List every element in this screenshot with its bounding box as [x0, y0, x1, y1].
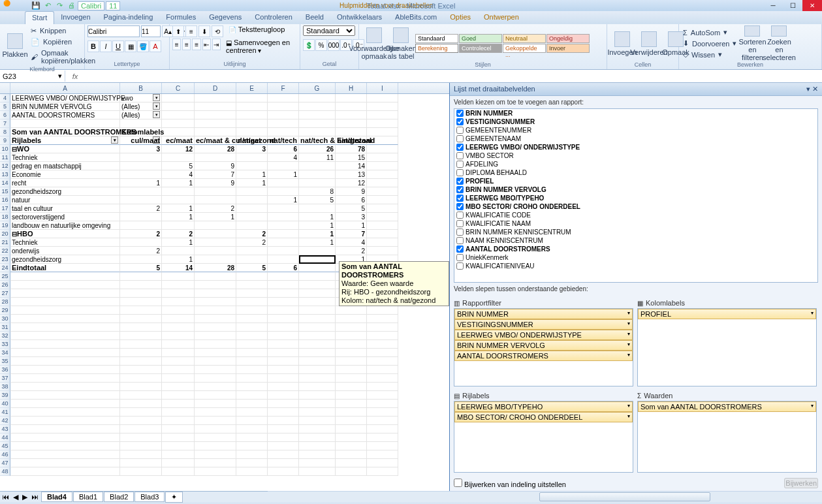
cell[interactable]	[120, 340, 162, 349]
cell[interactable]: landbouw en natuurlijke omgeving	[10, 221, 120, 230]
cell[interactable]	[299, 467, 336, 476]
row-header[interactable]: 22	[0, 247, 10, 255]
cell[interactable]	[236, 153, 268, 162]
tab-formules[interactable]: Formules	[159, 11, 202, 24]
cell[interactable]	[10, 391, 120, 400]
cell[interactable]	[336, 102, 367, 111]
conditional-format-button[interactable]: Voorwaardelijke opmaak	[362, 25, 387, 61]
cell[interactable]	[120, 119, 162, 128]
cell[interactable]	[195, 221, 236, 230]
wrap-text-button[interactable]: 📄 Tekstterugloop	[229, 25, 285, 37]
sheet-tab[interactable]: Blad3	[134, 492, 165, 502]
field-item[interactable]: BRIN NUMMER KENNISCENTRUM	[454, 228, 817, 236]
border-button[interactable]: ▦	[125, 40, 136, 52]
cell[interactable]	[10, 332, 120, 340]
cell[interactable]	[268, 119, 299, 128]
cell[interactable]	[268, 366, 299, 374]
cell[interactable]	[120, 170, 162, 179]
cell[interactable]: sectoroverstijgend	[10, 213, 120, 221]
close-button[interactable]: ✕	[802, 0, 822, 11]
cell[interactable]	[162, 315, 195, 323]
cell[interactable]	[299, 94, 336, 102]
cell[interactable]	[10, 433, 120, 442]
cell[interactable]	[268, 204, 299, 213]
cell[interactable]	[367, 408, 398, 417]
cell[interactable]	[195, 94, 236, 102]
cell-style-goed[interactable]: Goed	[459, 34, 502, 43]
cell[interactable]: gedrag en maatschappij	[10, 162, 120, 170]
cell[interactable]	[367, 332, 398, 340]
tab-start[interactable]: Start	[25, 11, 54, 24]
cell[interactable]: LEERWEG VMBO/ ONDERWIJSTYPE	[10, 94, 120, 102]
cell[interactable]	[236, 383, 268, 391]
align-top-icon[interactable]: ⬆	[172, 25, 184, 37]
cell[interactable]	[236, 111, 268, 119]
cell[interactable]: 28	[195, 145, 236, 153]
cell[interactable]	[195, 349, 236, 357]
cell[interactable]	[367, 425, 398, 433]
cell[interactable]	[268, 272, 299, 281]
cell[interactable]: 14	[162, 264, 195, 272]
office-button[interactable]: 🟠	[3, 0, 25, 11]
cell[interactable]: 6	[268, 264, 299, 272]
cell[interactable]	[120, 450, 162, 459]
cell[interactable]	[268, 417, 299, 425]
cell[interactable]	[162, 467, 195, 476]
cell[interactable]	[195, 340, 236, 349]
field-item[interactable]: BRIN NUMMER	[454, 109, 817, 118]
cell-style-gekoppelde[interactable]: Gekoppelde ...	[503, 44, 546, 53]
cell[interactable]: Som van AANTAL DOORSTROMERS	[10, 128, 120, 136]
row-header[interactable]: 36	[0, 366, 10, 374]
row-header[interactable]: 48	[0, 467, 10, 476]
row-header[interactable]: 9	[0, 136, 10, 145]
cell[interactable]: 9	[195, 179, 236, 187]
sheet-nav-first-icon[interactable]: ⏮	[0, 493, 11, 501]
align-center-icon[interactable]: ≡	[182, 39, 191, 50]
cell[interactable]	[299, 323, 336, 332]
cell[interactable]	[236, 459, 268, 467]
field-item[interactable]: MBO SECTOR/ CROHO ONDERDEEL	[454, 202, 817, 211]
cell[interactable]	[162, 400, 195, 408]
cell[interactable]: 5	[336, 204, 367, 213]
cell[interactable]: Eindtotaal	[10, 264, 120, 272]
cell[interactable]	[236, 374, 268, 383]
redo-icon[interactable]: ↷	[54, 1, 65, 10]
cell[interactable]	[195, 238, 236, 247]
cell[interactable]	[336, 349, 367, 357]
cell[interactable]	[195, 289, 236, 298]
cell[interactable]: Economie	[10, 170, 120, 179]
row-header[interactable]: 25	[0, 272, 10, 281]
cell[interactable]: 1	[268, 196, 299, 204]
cell[interactable]	[120, 213, 162, 221]
cell-style-berekening[interactable]: Berekening	[415, 44, 458, 53]
name-box[interactable]: G23▾	[0, 71, 65, 82]
cell[interactable]	[299, 442, 336, 450]
cell[interactable]	[10, 374, 120, 383]
cell[interactable]	[120, 162, 162, 170]
cell[interactable]: Techniek	[10, 238, 120, 247]
cell[interactable]	[336, 442, 367, 450]
cell[interactable]	[236, 417, 268, 425]
cell[interactable]	[236, 255, 268, 264]
cell[interactable]	[367, 459, 398, 467]
cell[interactable]	[336, 459, 367, 467]
tab-beeld[interactable]: Beeld	[299, 11, 330, 24]
cell[interactable]	[120, 289, 162, 298]
cell[interactable]	[367, 145, 398, 153]
row-header[interactable]: 29	[0, 306, 10, 315]
cell[interactable]	[10, 400, 120, 408]
cell[interactable]	[367, 340, 398, 349]
cell[interactable]	[195, 281, 236, 289]
cell[interactable]	[367, 111, 398, 119]
fill-button[interactable]: ⬇ Doorvoeren ▾	[682, 39, 738, 49]
defer-update-checkbox[interactable]: Bijwerken van indeling uitstellen	[454, 479, 566, 488]
row-header[interactable]: 8	[0, 128, 10, 136]
sheet-nav-prev-icon[interactable]: ◀	[11, 493, 20, 501]
cell[interactable]	[195, 332, 236, 340]
cell[interactable]	[195, 255, 236, 264]
cell[interactable]	[268, 221, 299, 230]
sheet-tab[interactable]: Blad4	[41, 492, 72, 502]
minimize-button[interactable]: ─	[763, 0, 783, 11]
italic-button[interactable]: I	[100, 40, 112, 52]
cell[interactable]	[120, 408, 162, 417]
